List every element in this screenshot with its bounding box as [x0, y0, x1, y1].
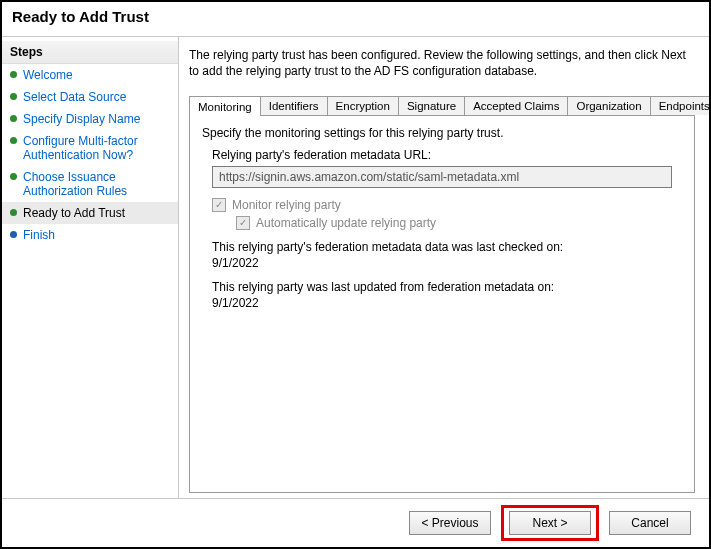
step-label: Ready to Add Trust: [23, 206, 170, 220]
step-configure-mfa[interactable]: Configure Multi-factor Authentication No…: [2, 130, 178, 166]
check-icon: [10, 71, 17, 78]
metadata-url-label: Relying party's federation metadata URL:: [212, 148, 682, 162]
pending-icon: [10, 231, 17, 238]
tab-endpoints[interactable]: Endpoints: [650, 96, 711, 115]
step-welcome[interactable]: Welcome: [2, 64, 178, 86]
tab-accepted-claims[interactable]: Accepted Claims: [464, 96, 568, 115]
next-button-highlight: Next >: [501, 505, 599, 541]
step-ready-to-add-trust[interactable]: Ready to Add Trust: [2, 202, 178, 224]
checkbox-checked-icon: ✓: [212, 198, 226, 212]
tab-identifiers[interactable]: Identifiers: [260, 96, 328, 115]
last-updated-value: 9/1/2022: [212, 296, 682, 310]
wizard-footer: < Previous Next > Cancel: [2, 498, 709, 547]
checkbox-label: Automatically update relying party: [256, 216, 436, 230]
tab-panel-monitoring: Specify the monitoring settings for this…: [189, 115, 695, 493]
tab-encryption[interactable]: Encryption: [327, 96, 399, 115]
step-label: Select Data Source: [23, 90, 170, 104]
step-specify-display-name[interactable]: Specify Display Name: [2, 108, 178, 130]
tab-organization[interactable]: Organization: [567, 96, 650, 115]
tab-monitoring[interactable]: Monitoring: [189, 96, 261, 116]
check-icon: [10, 137, 17, 144]
step-label: Welcome: [23, 68, 170, 82]
next-button[interactable]: Next >: [509, 511, 591, 535]
last-updated-label: This relying party was last updated from…: [212, 280, 682, 294]
check-icon: [10, 115, 17, 122]
previous-button[interactable]: < Previous: [409, 511, 491, 535]
step-label: Specify Display Name: [23, 112, 170, 126]
check-icon: [10, 173, 17, 180]
step-label: Finish: [23, 228, 170, 242]
check-icon: [10, 93, 17, 100]
intro-text: The relying party trust has been configu…: [189, 47, 695, 79]
step-finish[interactable]: Finish: [2, 224, 178, 246]
step-choose-issuance-rules[interactable]: Choose Issuance Authorization Rules: [2, 166, 178, 202]
monitor-relying-party-checkbox: ✓ Monitor relying party: [212, 198, 682, 212]
steps-sidebar: Steps Welcome Select Data Source Specify…: [2, 37, 178, 499]
step-label: Configure Multi-factor Authentication No…: [23, 134, 170, 162]
page-title: Ready to Add Trust: [2, 2, 709, 31]
step-label: Choose Issuance Authorization Rules: [23, 170, 170, 198]
checkbox-checked-icon: ✓: [236, 216, 250, 230]
metadata-url-field: https://signin.aws.amazon.com/static/sam…: [212, 166, 672, 188]
panel-description: Specify the monitoring settings for this…: [202, 126, 682, 140]
tab-signature[interactable]: Signature: [398, 96, 465, 115]
step-select-data-source[interactable]: Select Data Source: [2, 86, 178, 108]
checkbox-label: Monitor relying party: [232, 198, 341, 212]
cancel-button[interactable]: Cancel: [609, 511, 691, 535]
check-icon: [10, 209, 17, 216]
auto-update-checkbox: ✓ Automatically update relying party: [236, 216, 682, 230]
last-checked-label: This relying party's federation metadata…: [212, 240, 682, 254]
tab-strip: Monitoring Identifiers Encryption Signat…: [189, 93, 695, 115]
sidebar-heading: Steps: [2, 41, 178, 64]
content-pane: The relying party trust has been configu…: [178, 37, 709, 499]
last-checked-value: 9/1/2022: [212, 256, 682, 270]
